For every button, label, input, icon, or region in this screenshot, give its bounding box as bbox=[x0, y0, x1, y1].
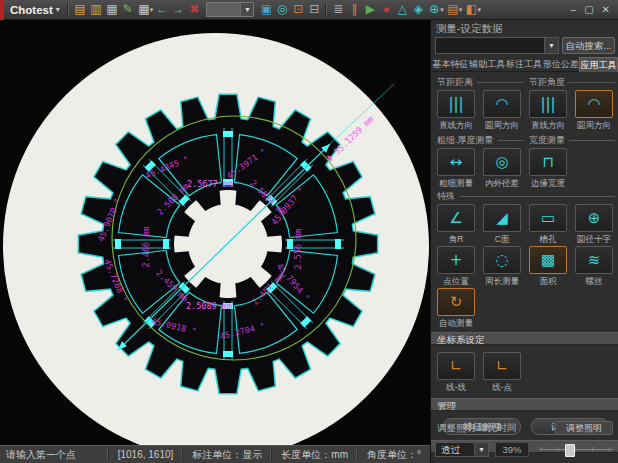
tool-button-perimeter[interactable]: ◌ bbox=[483, 246, 521, 274]
run-icon[interactable]: ▶ bbox=[362, 0, 378, 19]
crop-icon[interactable]: ⊡ bbox=[290, 0, 306, 19]
slider-tick bbox=[609, 447, 610, 452]
monitor-icon[interactable]: ⊟ bbox=[306, 0, 322, 19]
tool-button-screw-thread[interactable]: ≋ bbox=[575, 246, 613, 274]
annotation-unit[interactable]: 标注单位：显示 bbox=[182, 449, 271, 461]
section-bar-coordinate: 坐标系设定 bbox=[431, 332, 618, 345]
slider-tick bbox=[592, 447, 593, 452]
tool-button-corner-radius[interactable]: ∠ bbox=[437, 204, 475, 232]
tool-button-angle-circular[interactable]: ◠ bbox=[575, 90, 613, 118]
chevron-down-icon[interactable]: ▼ bbox=[474, 443, 488, 456]
tool-label-auto-measure: 自动测量 bbox=[433, 318, 479, 330]
slider-tick bbox=[541, 447, 542, 452]
tab-标注工具[interactable]: 标注工具 bbox=[506, 57, 543, 72]
tab-辅助工具[interactable]: 辅助工具 bbox=[469, 57, 506, 72]
angle-unit[interactable]: 角度单位：° bbox=[357, 449, 430, 461]
auto-search-button[interactable]: 自动搜索... bbox=[562, 37, 615, 54]
tab-应用工具[interactable]: 应用工具 bbox=[579, 57, 618, 72]
tool-button-pitch-linear[interactable]: ||| bbox=[437, 90, 475, 118]
light-adjust-button[interactable]: 调整照明 bbox=[555, 421, 613, 435]
light-percent-value: 39% bbox=[495, 442, 529, 457]
length-unit[interactable]: 长度单位：mm bbox=[271, 449, 357, 461]
tool-button-circle-cross[interactable]: ⊕ bbox=[575, 204, 613, 232]
tool-label-pitch-linear: 直线方向 bbox=[433, 120, 479, 132]
panel-title: 测量-设定数据 bbox=[436, 22, 503, 36]
zoom-icon[interactable]: ◎ bbox=[274, 0, 290, 19]
tool-button-pitch-circular[interactable]: ◠ bbox=[483, 90, 521, 118]
area-icon: ▩ bbox=[541, 253, 555, 268]
svg-text:2.556 mm: 2.556 mm bbox=[293, 229, 303, 270]
section-bar-manage: 管理 bbox=[431, 398, 618, 411]
slider-handle[interactable] bbox=[565, 444, 575, 457]
light-intensity-slider[interactable] bbox=[539, 442, 613, 457]
light-mode-select[interactable]: 透过 ▼ bbox=[435, 442, 489, 457]
chevron-down-icon[interactable]: ▼ bbox=[544, 38, 558, 53]
delete-icon[interactable]: ✖ bbox=[186, 0, 202, 19]
save-icon[interactable]: ▦ bbox=[104, 0, 120, 19]
open-folder-icon[interactable]: ▤ bbox=[72, 0, 88, 19]
auto-measure-icon: ↻ bbox=[450, 295, 463, 310]
tool-button-axis-line-point[interactable]: ∟ bbox=[483, 352, 521, 380]
redo-arrow-icon[interactable]: → bbox=[170, 0, 186, 19]
toolbar-combo-select[interactable]: ▼ bbox=[206, 2, 254, 17]
tool-label-perimeter: 周长测量 bbox=[479, 276, 525, 288]
chevron-down-icon[interactable]: ▾ bbox=[477, 6, 481, 14]
slider-track[interactable] bbox=[539, 449, 613, 450]
tool-button-axis-line-line[interactable]: ∟ bbox=[437, 352, 475, 380]
tool-button-auto-measure[interactable]: ↻ bbox=[437, 288, 475, 316]
program-select[interactable]: ▼ bbox=[435, 37, 559, 54]
status-bar: 请输入第一个点 [1016, 1610] 标注单位：显示 长度单位：mm 角度单… bbox=[0, 445, 430, 463]
tool-button-thickness-measure[interactable]: ↔ bbox=[437, 148, 475, 176]
undo-arrow-icon[interactable]: ← bbox=[154, 0, 170, 19]
chamfer-icon: ◢ bbox=[496, 211, 508, 226]
tool-button-chamfer[interactable]: ◢ bbox=[483, 204, 521, 232]
tool-button-point-position[interactable]: + bbox=[437, 246, 475, 274]
edge-width-icon: ⊓ bbox=[542, 155, 554, 170]
tool-label-angle-linear: 直线方向 bbox=[525, 120, 571, 132]
tool-button-inner-outer-diameter[interactable]: ◎ bbox=[483, 148, 521, 176]
tool-label-point-position: 点位置 bbox=[433, 276, 479, 288]
list-icon[interactable]: ≣ bbox=[330, 0, 346, 19]
tool-button-angle-linear[interactable]: ||| bbox=[529, 90, 567, 118]
close-button[interactable]: ✕ bbox=[602, 4, 610, 15]
section-pitch-angle: 节距角度 bbox=[529, 77, 615, 87]
tool-button-edge-width[interactable]: ⊓ bbox=[529, 148, 567, 176]
tab-形位公差[interactable]: 形位公差 bbox=[542, 57, 579, 72]
slider-tick bbox=[558, 447, 559, 452]
tool-button-slot-hole[interactable]: ▭ bbox=[529, 204, 567, 232]
toolbar-separator bbox=[67, 3, 69, 17]
tab-基本特征[interactable]: 基本特征 bbox=[432, 57, 469, 72]
section-thickness: 粗细.厚度测量 bbox=[437, 135, 523, 145]
record-icon[interactable]: ● bbox=[378, 0, 394, 19]
tool-button-area[interactable]: ▩ bbox=[529, 246, 567, 274]
import-folder-icon[interactable]: ▥ bbox=[88, 0, 104, 19]
slot-hole-icon: ▭ bbox=[541, 211, 555, 226]
axis-line-line-icon: ∟ bbox=[450, 359, 463, 374]
application-window: Chotest ▾ ▤▥▦✎▦▾←→✖▼▣◎⊡⊟≣∥▶●△◈⊕▾▤▾◧▾ –▢✕… bbox=[0, 0, 618, 463]
app-menu-button[interactable]: Chotest bbox=[4, 4, 56, 16]
ruler-icon[interactable]: ∥ bbox=[346, 0, 362, 19]
edit-document-icon[interactable]: ✎ bbox=[120, 0, 136, 19]
tool-label-screw-thread: 螺丝 bbox=[571, 276, 617, 288]
section-special: 特殊 bbox=[437, 191, 615, 201]
corner-radius-icon: ∠ bbox=[449, 211, 462, 226]
maximize-button[interactable]: ▢ bbox=[584, 4, 593, 15]
measurement-canvas[interactable]: 45.4845 °45.3971 °45.9070 °45.0937 °45.7… bbox=[0, 20, 430, 445]
chevron-down-icon[interactable]: ▼ bbox=[240, 3, 253, 16]
tool-label-edge-width: 边缘宽度 bbox=[525, 178, 571, 190]
slider-tick bbox=[575, 447, 576, 452]
gear-measurement-scene[interactable]: 45.4845 °45.3971 °45.9070 °45.0937 °45.7… bbox=[0, 20, 430, 445]
chevron-down-icon[interactable]: ▾ bbox=[459, 6, 463, 14]
pitch-linear-icon: ||| bbox=[448, 97, 463, 112]
feature-box-icon[interactable]: ◈ bbox=[410, 0, 426, 19]
chevron-down-icon[interactable]: ▾ bbox=[440, 6, 444, 14]
tool-label-angle-circular: 圆周方向 bbox=[571, 120, 617, 132]
perimeter-icon: ◌ bbox=[495, 253, 508, 268]
minimize-button[interactable]: – bbox=[571, 4, 577, 15]
image-viewer-icon[interactable]: ▣ bbox=[258, 0, 274, 19]
chevron-down-icon[interactable]: ▾ bbox=[150, 6, 154, 14]
chevron-down-icon[interactable]: ▾ bbox=[56, 5, 64, 14]
point-position-icon: + bbox=[450, 253, 463, 268]
measure-tool-icon[interactable]: △ bbox=[394, 0, 410, 19]
pitch-circular-icon: ◠ bbox=[495, 97, 508, 112]
